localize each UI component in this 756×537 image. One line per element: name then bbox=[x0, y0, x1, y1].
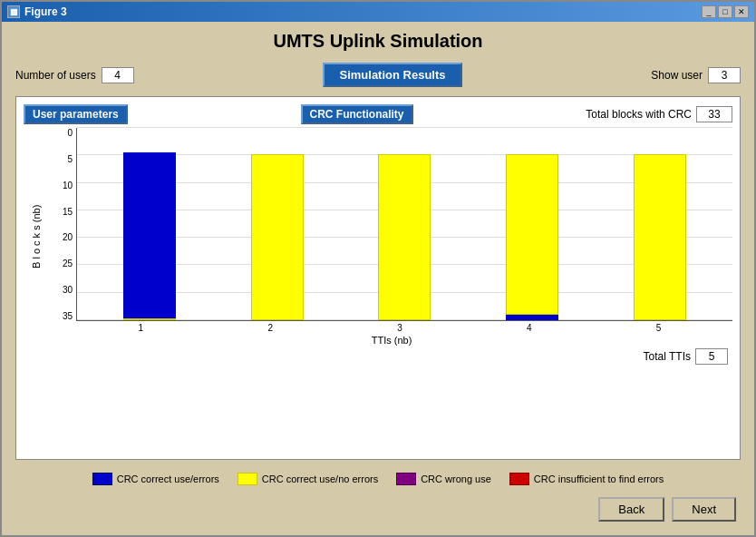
bar-group-4 bbox=[506, 139, 558, 320]
bar-5-yellow bbox=[634, 154, 686, 320]
x-axis-title: TTIs (nb) bbox=[51, 335, 732, 346]
show-user-input[interactable] bbox=[708, 67, 741, 83]
x-label-2: 2 bbox=[267, 323, 273, 333]
total-blocks-input[interactable] bbox=[696, 106, 732, 122]
bar-4-blue bbox=[506, 315, 558, 320]
bar-group-3 bbox=[378, 139, 431, 320]
legend-swatch-purple bbox=[396, 473, 416, 485]
title-bar: ▦ Figure 3 _ □ ✕ bbox=[2, 2, 754, 22]
close-button[interactable]: ✕ bbox=[734, 5, 749, 18]
x-axis-labels: 1 2 3 4 5 bbox=[51, 323, 732, 333]
num-users-label: Number of users bbox=[15, 69, 96, 82]
bar-group-5 bbox=[634, 139, 686, 320]
legend-swatch-red bbox=[509, 473, 529, 485]
window-title: Figure 3 bbox=[24, 5, 67, 18]
total-ttis-input[interactable] bbox=[695, 348, 728, 365]
y-axis-label: B l o c k s (nb) bbox=[24, 128, 51, 346]
bottom-buttons: Back Next bbox=[15, 493, 741, 526]
show-user-group: Show user bbox=[651, 67, 741, 83]
bar-2-yellow bbox=[251, 154, 304, 320]
bar-1-yellow bbox=[123, 318, 176, 320]
legend-label-blue: CRC correct use/errors bbox=[117, 474, 219, 484]
bar-4-yellow bbox=[506, 154, 558, 315]
title-bar-buttons: _ □ ✕ bbox=[702, 5, 749, 18]
bar-3-yellow bbox=[378, 154, 431, 320]
legend-item-red: CRC insufficient to find errors bbox=[509, 473, 664, 485]
bar-group-2 bbox=[251, 139, 304, 320]
minimize-button[interactable]: _ bbox=[702, 5, 716, 18]
back-button[interactable]: Back bbox=[598, 497, 664, 522]
chart-inner: 35 30 25 20 15 10 5 0 bbox=[51, 128, 732, 346]
bar-group-1 bbox=[123, 139, 176, 320]
next-button[interactable]: Next bbox=[672, 497, 736, 522]
bars-wrapper bbox=[77, 128, 732, 320]
total-blocks-group: Total blocks with CRC bbox=[586, 106, 732, 122]
bar-1-blue bbox=[123, 152, 176, 318]
maximize-button[interactable]: □ bbox=[718, 5, 732, 18]
user-params-button[interactable]: User parameters bbox=[24, 104, 128, 124]
total-ttis-row: Total TTIs bbox=[24, 348, 732, 365]
show-user-label: Show user bbox=[651, 69, 703, 82]
total-blocks-label: Total blocks with CRC bbox=[586, 108, 692, 121]
chart-area: User parameters CRC Functionality Total … bbox=[15, 96, 741, 460]
sim-results-button[interactable]: Simulation Results bbox=[323, 63, 461, 87]
x-label-1: 1 bbox=[139, 323, 144, 333]
num-users-input[interactable] bbox=[102, 67, 134, 83]
total-ttis-label: Total TTIs bbox=[644, 350, 691, 363]
x-label-3: 3 bbox=[397, 323, 402, 333]
y-ticks: 35 30 25 20 15 10 5 0 bbox=[51, 128, 76, 321]
title-bar-left: ▦ Figure 3 bbox=[7, 5, 67, 18]
num-users-group: Number of users bbox=[15, 67, 134, 83]
chart-container: B l o c k s (nb) 35 30 25 20 15 10 5 bbox=[24, 128, 732, 346]
crc-func-button[interactable]: CRC Functionality bbox=[301, 104, 413, 124]
chart-plot: 35 30 25 20 15 10 5 0 bbox=[51, 128, 732, 321]
legend-area: CRC correct use/errors CRC correct use/n… bbox=[15, 465, 741, 493]
content-area: UMTS Uplink Simulation Number of users S… bbox=[2, 22, 754, 535]
legend-label-red: CRC insufficient to find errors bbox=[534, 474, 664, 484]
legend-item-blue: CRC correct use/errors bbox=[92, 473, 219, 485]
legend-item-yellow: CRC correct use/no errors bbox=[237, 473, 378, 485]
window-icon: ▦ bbox=[7, 5, 20, 18]
legend-swatch-yellow bbox=[237, 473, 257, 485]
legend-label-purple: CRC wrong use bbox=[421, 474, 491, 484]
main-title: UMTS Uplink Simulation bbox=[15, 31, 741, 52]
legend-swatch-blue bbox=[92, 473, 112, 485]
bars-and-grid bbox=[76, 128, 732, 321]
legend-label-yellow: CRC correct use/no errors bbox=[262, 474, 378, 484]
chart-header: User parameters CRC Functionality Total … bbox=[24, 104, 732, 124]
legend-item-purple: CRC wrong use bbox=[396, 473, 491, 485]
x-label-4: 4 bbox=[527, 323, 532, 333]
top-controls: Number of users Simulation Results Show … bbox=[15, 63, 741, 87]
main-window: ▦ Figure 3 _ □ ✕ UMTS Uplink Simulation … bbox=[0, 0, 756, 537]
x-label-5: 5 bbox=[656, 323, 662, 333]
